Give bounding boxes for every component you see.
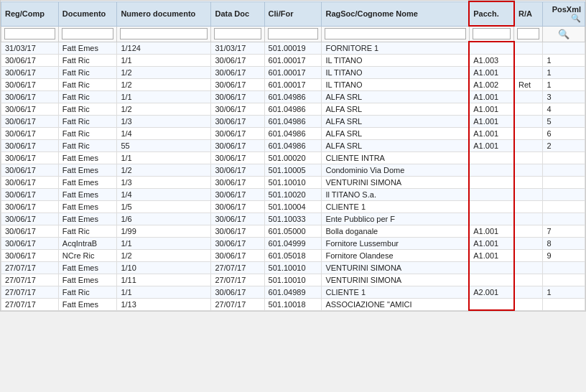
table-row[interactable]: 30/06/17NCre Ric1/230/06/17601.05018Forn… bbox=[1, 249, 585, 261]
cell-ragsoc: Il TITANO S.a. bbox=[322, 188, 469, 200]
filter-numero[interactable] bbox=[117, 26, 211, 42]
filter-regcomp[interactable] bbox=[1, 26, 59, 42]
cell-posxml bbox=[543, 164, 585, 176]
cell-numero: 1/2 bbox=[117, 103, 211, 115]
cell-ra bbox=[514, 249, 543, 261]
cell-clifor: 601.00017 bbox=[264, 54, 322, 66]
cell-regcomp: 30/06/17 bbox=[1, 103, 59, 115]
cell-documento: NCre Ric bbox=[58, 249, 117, 261]
table-row[interactable]: 30/06/17Fatt Emes1/330/06/17501.10010VEN… bbox=[1, 176, 585, 188]
cell-ra bbox=[514, 176, 543, 188]
table-row[interactable]: 27/07/17Fatt Emes1/1327/07/17501.10018AS… bbox=[1, 298, 585, 310]
table-row[interactable]: 30/06/17Fatt Ric1/130/06/17601.04986ALFA… bbox=[1, 90, 585, 103]
filter-posxml[interactable]: 🔍 bbox=[543, 26, 585, 42]
filter-numero-input[interactable] bbox=[120, 28, 208, 39]
col-header-datadoc: Data Doc bbox=[211, 1, 264, 26]
cell-regcomp: 30/06/17 bbox=[1, 225, 59, 237]
table-row[interactable]: 30/06/17Fatt Ric1/230/06/17601.04986ALFA… bbox=[1, 103, 585, 115]
cell-posxml: 3 bbox=[543, 90, 585, 103]
cell-datadoc: 31/03/17 bbox=[211, 42, 264, 54]
cell-clifor: 601.00017 bbox=[264, 66, 322, 78]
cell-ragsoc: Ente Pubblico per F bbox=[322, 213, 469, 225]
cell-ragsoc: ALFA SRL bbox=[322, 90, 469, 103]
data-table: Reg/Comp Documento Numero documento Data… bbox=[1, 1, 585, 311]
cell-pacch bbox=[469, 298, 514, 310]
filter-datadoc-input[interactable] bbox=[214, 28, 261, 39]
cell-documento: Fatt Emes bbox=[58, 176, 117, 188]
cell-pacch bbox=[469, 151, 514, 164]
cell-ra bbox=[514, 90, 543, 103]
cell-regcomp: 30/06/17 bbox=[1, 200, 59, 213]
search-submit-icon[interactable]: 🔍 bbox=[558, 29, 569, 39]
table-row[interactable]: 30/06/17Fatt Ric1/430/06/17601.04986ALFA… bbox=[1, 127, 585, 139]
table-row[interactable]: 30/06/17Fatt Ric1/130/06/17601.00017IL T… bbox=[1, 54, 585, 66]
table-row[interactable]: 30/06/17Fatt Ric1/230/06/17601.00017IL T… bbox=[1, 78, 585, 90]
cell-documento: Fatt Ric bbox=[58, 90, 117, 103]
cell-regcomp: 30/06/17 bbox=[1, 66, 59, 78]
filter-ragsoc[interactable] bbox=[322, 26, 469, 42]
table-row[interactable]: 31/03/17Fatt Emes1/12431/03/17501.00019F… bbox=[1, 42, 585, 54]
cell-documento: Fatt Emes bbox=[58, 261, 117, 274]
cell-clifor: 601.05000 bbox=[264, 225, 322, 237]
table-row[interactable]: 27/07/17Fatt Emes1/1127/07/17501.10010VE… bbox=[1, 274, 585, 286]
cell-ra bbox=[514, 200, 543, 213]
cell-posxml: 1 bbox=[543, 78, 585, 90]
table-row[interactable]: 27/07/17Fatt Ric1/130/06/17601.04989CLIE… bbox=[1, 286, 585, 298]
table-row[interactable]: 30/06/17Fatt Ric1/330/06/17601.04986ALFA… bbox=[1, 115, 585, 127]
filter-clifor-input[interactable] bbox=[268, 28, 319, 39]
table-row[interactable]: 30/06/17Fatt Emes1/130/06/17501.00020CLI… bbox=[1, 151, 585, 164]
cell-ragsoc: VENTURINI SIMONA bbox=[322, 176, 469, 188]
filter-datadoc[interactable] bbox=[211, 26, 264, 42]
table-row[interactable]: 30/06/17Fatt Emes1/630/06/17501.10033Ent… bbox=[1, 213, 585, 225]
cell-clifor: 601.00017 bbox=[264, 78, 322, 90]
filter-documento[interactable] bbox=[58, 26, 117, 42]
cell-datadoc: 30/06/17 bbox=[211, 115, 264, 127]
cell-regcomp: 30/06/17 bbox=[1, 54, 59, 66]
cell-regcomp: 27/07/17 bbox=[1, 286, 59, 298]
cell-regcomp: 30/06/17 bbox=[1, 237, 59, 249]
table-row[interactable]: 27/07/17Fatt Emes1/1027/07/17501.10010VE… bbox=[1, 261, 585, 274]
filter-clifor[interactable] bbox=[264, 26, 322, 42]
filter-documento-input[interactable] bbox=[62, 28, 114, 39]
table-row[interactable]: 30/06/17Fatt Ric1/230/06/17601.00017IL T… bbox=[1, 66, 585, 78]
filter-ra[interactable] bbox=[514, 26, 543, 42]
search-icon[interactable]: 🔍 bbox=[571, 14, 581, 23]
cell-posxml: 9 bbox=[543, 249, 585, 261]
filter-regcomp-input[interactable] bbox=[4, 28, 55, 39]
filter-pacch-input[interactable] bbox=[473, 28, 511, 39]
col-header-documento: Documento bbox=[58, 1, 117, 26]
cell-clifor: 601.05018 bbox=[264, 249, 322, 261]
cell-datadoc: 30/06/17 bbox=[211, 225, 264, 237]
table-row[interactable]: 30/06/17Fatt Ric5530/06/17601.04986ALFA … bbox=[1, 139, 585, 151]
cell-pacch: A1.001 bbox=[469, 90, 514, 103]
cell-clifor: 601.04989 bbox=[264, 286, 322, 298]
cell-documento: Fatt Ric bbox=[58, 103, 117, 115]
cell-posxml: 4 bbox=[543, 103, 585, 115]
filter-ragsoc-input[interactable] bbox=[325, 28, 465, 39]
table-row[interactable]: 30/06/17Fatt Emes1/230/06/17501.10005Con… bbox=[1, 164, 585, 176]
cell-pacch: A1.001 bbox=[469, 249, 514, 261]
cell-documento: Fatt Ric bbox=[58, 115, 117, 127]
table-row[interactable]: 30/06/17AcqIntraB1/130/06/17601.04999For… bbox=[1, 237, 585, 249]
cell-regcomp: 30/06/17 bbox=[1, 176, 59, 188]
table-row[interactable]: 30/06/17Fatt Emes1/530/06/17501.10004CLI… bbox=[1, 200, 585, 213]
cell-ra bbox=[514, 298, 543, 310]
table-row[interactable]: 30/06/17Fatt Emes1/430/06/17501.10020Il … bbox=[1, 188, 585, 200]
cell-posxml bbox=[543, 200, 585, 213]
table-row[interactable]: 30/06/17Fatt Ric1/9930/06/17601.05000Bol… bbox=[1, 225, 585, 237]
filter-pacch[interactable] bbox=[469, 26, 514, 42]
cell-ra bbox=[514, 127, 543, 139]
cell-numero: 1/10 bbox=[117, 261, 211, 274]
cell-pacch bbox=[469, 176, 514, 188]
cell-numero: 1/124 bbox=[117, 42, 211, 54]
cell-ra bbox=[514, 115, 543, 127]
cell-numero: 1/2 bbox=[117, 164, 211, 176]
cell-numero: 1/1 bbox=[117, 54, 211, 66]
cell-numero: 1/6 bbox=[117, 213, 211, 225]
cell-numero: 1/13 bbox=[117, 298, 211, 310]
cell-posxml: 7 bbox=[543, 225, 585, 237]
cell-ragsoc: ASSOCIAZIONE "AMICI bbox=[322, 298, 469, 310]
cell-regcomp: 27/07/17 bbox=[1, 261, 59, 274]
cell-ragsoc: Fornitore Olandese bbox=[322, 249, 469, 261]
filter-ra-input[interactable] bbox=[517, 28, 539, 39]
